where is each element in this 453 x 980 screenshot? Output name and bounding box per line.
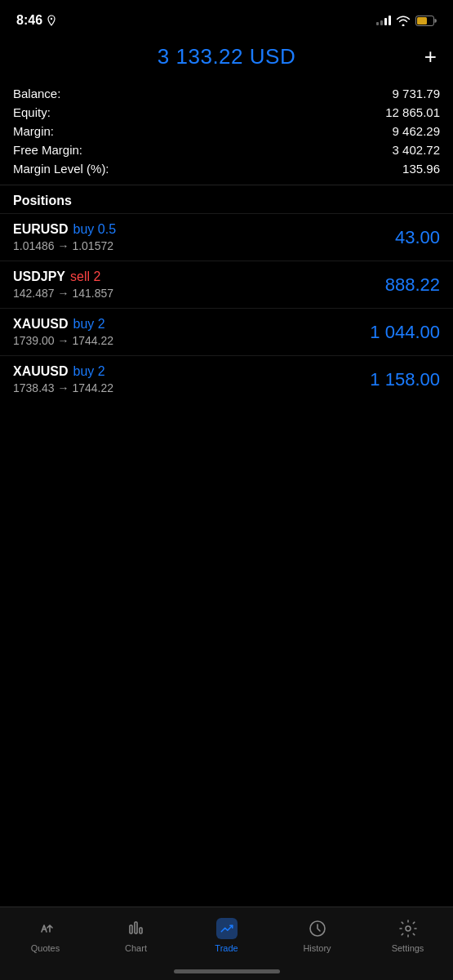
status-icons: [376, 16, 437, 26]
positions-title: Positions: [13, 194, 72, 207]
nav-settings[interactable]: Settings: [362, 918, 453, 953]
add-button[interactable]: +: [424, 44, 437, 69]
position-direction-4: buy 2: [73, 364, 105, 379]
header: 3 133.22 USD +: [0, 36, 453, 78]
equity-value: 12 865.01: [385, 105, 440, 119]
balance-value: 9 731.79: [393, 87, 440, 100]
margin-level-value: 135.96: [402, 162, 440, 176]
margin-level-row: Margin Level (%): 135.96: [13, 159, 440, 178]
free-margin-label: Free Margin:: [13, 143, 82, 157]
free-margin-row: Free Margin: 3 402.72: [13, 140, 440, 159]
settings-label: Settings: [392, 943, 424, 953]
svg-rect-4: [135, 922, 137, 933]
equity-row: Equity: 12 865.01: [13, 103, 440, 122]
position-profit-2: 888.22: [385, 274, 440, 296]
position-symbol-4: XAUUSD: [13, 364, 69, 379]
position-eurusd[interactable]: EURUSD buy 0.5 1.01486 → 1.01572 43.00: [0, 213, 453, 261]
position-price-1: 1.01486 → 1.01572: [13, 239, 116, 252]
chart-icon: [126, 918, 147, 939]
history-icon: [307, 918, 328, 939]
free-margin-value: 3 402.72: [393, 143, 440, 157]
position-symbol-3: XAUUSD: [13, 317, 69, 332]
trade-label: Trade: [215, 943, 238, 953]
positions-header: Positions: [0, 185, 453, 213]
margin-value: 9 462.29: [393, 124, 440, 138]
signal-icon: [376, 16, 391, 25]
svg-rect-3: [130, 925, 132, 933]
position-price-4: 1738.43 → 1744.22: [13, 381, 113, 394]
position-price-3: 1739.00 → 1744.22: [13, 334, 113, 347]
wifi-icon: [396, 16, 411, 26]
position-profit-4: 1 158.00: [370, 369, 440, 390]
position-profit-1: 43.00: [395, 227, 440, 248]
settings-icon: [397, 918, 419, 939]
position-profit-3: 1 044.00: [370, 322, 440, 343]
trade-icon: [216, 918, 238, 939]
balance-row: Balance: 9 731.79: [13, 84, 440, 103]
position-direction-2: sell 2: [70, 270, 100, 284]
position-xauusd-2[interactable]: XAUUSD buy 2 1738.43 → 1744.22 1 158.00: [0, 355, 453, 403]
nav-quotes[interactable]: Quotes: [0, 918, 91, 953]
portfolio-value: 3 133.22 USD: [158, 44, 295, 69]
battery-icon: [415, 16, 437, 26]
margin-label: Margin:: [13, 124, 54, 138]
position-symbol-2: USDJPY: [13, 270, 65, 284]
svg-point-7: [406, 926, 411, 931]
position-symbol-1: EURUSD: [13, 222, 69, 237]
equity-label: Equity:: [13, 105, 51, 119]
position-xauusd-1[interactable]: XAUUSD buy 2 1739.00 → 1744.22 1 044.00: [0, 308, 453, 355]
margin-level-label: Margin Level (%):: [13, 162, 109, 176]
svg-rect-2: [417, 17, 427, 24]
quotes-icon: [35, 918, 56, 939]
svg-rect-5: [140, 928, 142, 933]
nav-chart[interactable]: Chart: [91, 918, 181, 953]
nav-history[interactable]: History: [272, 918, 362, 953]
svg-point-0: [51, 18, 52, 20]
quotes-label: Quotes: [31, 943, 60, 953]
location-icon: [47, 15, 56, 26]
history-label: History: [303, 943, 331, 953]
margin-row: Margin: 9 462.29: [13, 122, 440, 140]
position-price-2: 142.487 → 141.857: [13, 287, 113, 300]
position-direction-3: buy 2: [73, 317, 105, 332]
position-usdjpy[interactable]: USDJPY sell 2 142.487 → 141.857 888.22: [0, 261, 453, 308]
status-bar: 8:46: [0, 0, 453, 36]
chart-label: Chart: [125, 943, 147, 953]
account-info: Balance: 9 731.79 Equity: 12 865.01 Marg…: [0, 78, 453, 181]
position-direction-1: buy 0.5: [73, 222, 116, 237]
nav-trade[interactable]: Trade: [181, 918, 272, 953]
home-indicator: [174, 969, 280, 973]
status-time: 8:46: [16, 13, 56, 28]
balance-label: Balance:: [13, 87, 60, 100]
